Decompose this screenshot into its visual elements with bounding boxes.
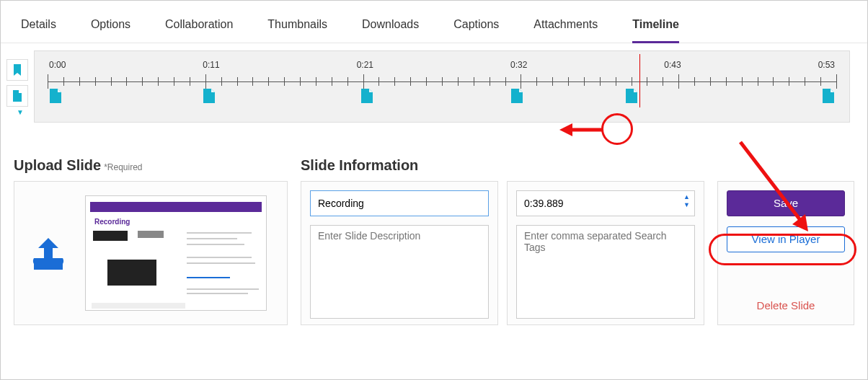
time-label: 0:32 — [510, 60, 527, 70]
slide-name-card — [301, 181, 498, 325]
tab-details[interactable]: Details — [21, 18, 56, 43]
slide-information-heading: Slide Information — [301, 157, 704, 174]
time-step-up-icon[interactable]: ▲ — [683, 193, 691, 201]
slide-thumbnail[interactable]: Recording — [85, 195, 267, 311]
timeline-marker[interactable] — [360, 89, 373, 103]
timeline[interactable]: 0:00 0:11 0:21 0:32 0:43 0:53 — [34, 50, 850, 123]
tabs-bar: Details Options Collaboration Thumbnails… — [1, 1, 867, 43]
slide-description-input[interactable] — [310, 225, 489, 319]
time-step-down-icon[interactable]: ▼ — [683, 201, 691, 209]
slide-tags-input[interactable] — [516, 225, 695, 319]
thumbnail-title: Recording — [94, 218, 130, 226]
delete-slide-link[interactable]: Delete Slide — [727, 299, 845, 316]
time-label: 0:53 — [818, 60, 835, 70]
tab-thumbnails[interactable]: Thumbnails — [267, 18, 327, 43]
upload-slide-card: Recording — [14, 181, 288, 325]
upload-slide-heading: Upload Slide*Required — [14, 157, 288, 174]
time-label: 0:21 — [357, 60, 373, 70]
tab-captions[interactable]: Captions — [453, 18, 499, 43]
timeline-marker[interactable] — [203, 89, 216, 103]
timeline-marker[interactable] — [510, 89, 523, 103]
slide-time-card: ▲ ▼ — [507, 181, 704, 325]
timeline-marker[interactable] — [822, 89, 835, 103]
timeline-marker[interactable] — [49, 89, 62, 103]
time-label: 0:43 — [664, 60, 681, 70]
time-label: 0:11 — [203, 60, 219, 70]
upload-icon[interactable] — [23, 235, 74, 272]
time-label: 0:00 — [49, 60, 66, 70]
view-in-player-button[interactable]: View in Player — [727, 226, 845, 252]
tab-options[interactable]: Options — [91, 18, 130, 43]
chevron-down-icon[interactable]: ▼ — [6, 108, 34, 116]
tab-downloads[interactable]: Downloads — [362, 18, 419, 43]
tab-attachments[interactable]: Attachments — [533, 18, 598, 43]
timeline-tools: ▼ — [6, 50, 34, 123]
required-label: *Required — [104, 162, 142, 172]
tab-collaboration[interactable]: Collaboration — [165, 18, 233, 43]
bookmark-tool[interactable] — [6, 59, 28, 81]
slide-tool[interactable] — [6, 85, 28, 107]
save-button[interactable]: Save — [727, 190, 845, 216]
slide-name-input[interactable] — [310, 190, 489, 216]
timeline-marker[interactable] — [625, 89, 638, 103]
actions-card: Save View in Player Delete Slide — [717, 181, 854, 325]
slide-time-input[interactable] — [516, 190, 695, 216]
tab-timeline[interactable]: Timeline — [632, 18, 679, 43]
time-labels: 0:00 0:11 0:21 0:32 0:43 0:53 — [48, 60, 836, 70]
timeline-markers — [48, 89, 836, 107]
